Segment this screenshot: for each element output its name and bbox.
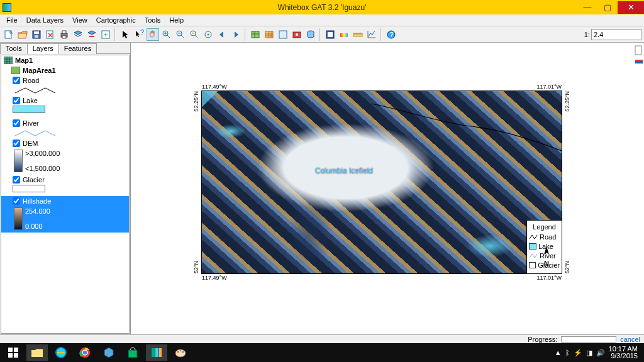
prev-extent-icon[interactable] <box>216 28 228 41</box>
help-icon[interactable]: ? <box>385 28 397 41</box>
map-frame: 117.49°W 117.01°W 117.49°W 117.01°W 52.2… <box>201 90 562 274</box>
minimize-button[interactable]: — <box>577 1 597 14</box>
taskbar-box[interactable] <box>98 344 119 361</box>
svg-rect-36 <box>14 353 18 358</box>
zoom-out-icon[interactable] <box>174 28 187 41</box>
taskbar-paint[interactable] <box>170 344 191 361</box>
legend-glacier: Glacier <box>538 261 560 269</box>
north-label: N <box>541 260 552 267</box>
db-icon[interactable] <box>304 28 317 41</box>
layer-lake[interactable]: Lake <box>1 96 129 106</box>
maparea-icon <box>11 67 20 74</box>
svg-point-39 <box>82 350 87 355</box>
graph-icon[interactable] <box>365 28 378 41</box>
taskbar-explorer[interactable] <box>26 344 48 361</box>
svg-rect-28 <box>4 57 13 64</box>
pan-icon[interactable] <box>147 28 159 41</box>
tray-clock[interactable]: 10:17 AM 9/3/2015 <box>609 346 638 359</box>
tray-power-icon[interactable]: ⚡ <box>574 349 582 357</box>
layer-add-icon[interactable] <box>72 28 84 41</box>
tab-layers[interactable]: Layers <box>27 43 59 54</box>
tree-maparea[interactable]: MapArea1 <box>1 65 129 75</box>
svg-point-47 <box>182 351 184 353</box>
window-titlebar: Whitebox GAT 3.2 'Iguazu' — ▢ ✕ <box>0 0 644 14</box>
layer-river[interactable]: River <box>1 118 129 128</box>
progress-label: Progress: <box>528 336 557 343</box>
flag-icon[interactable] <box>635 58 643 67</box>
menu-cartographic[interactable]: Cartographic <box>92 16 140 25</box>
cancel-link[interactable]: cancel <box>620 336 640 343</box>
layer-road-label: Road <box>23 77 39 84</box>
layer-road-check[interactable] <box>13 77 20 84</box>
open-icon[interactable] <box>16 28 29 41</box>
legend-road-icon <box>529 234 538 240</box>
close-map-icon[interactable] <box>44 28 57 41</box>
svg-point-13 <box>192 32 194 34</box>
axis-se-lat: 52°N <box>564 261 570 273</box>
attr-table-icon[interactable] <box>249 28 262 41</box>
save-icon[interactable] <box>30 28 43 41</box>
menu-view[interactable]: View <box>69 16 91 25</box>
maximize-button[interactable]: ▢ <box>597 1 618 14</box>
tray-net-icon[interactable]: ◨ <box>586 349 592 357</box>
axis-se-lon: 117.01°W <box>536 275 562 281</box>
layer-glacier[interactable]: Glacier <box>1 175 129 185</box>
svg-point-15 <box>208 33 209 35</box>
svg-text:?: ? <box>390 31 394 38</box>
hillshade-ramp <box>14 207 23 230</box>
menu-data-layers[interactable]: Data Layers <box>23 16 67 25</box>
layer-dem[interactable]: DEM <box>1 138 129 148</box>
map-canvas[interactable]: Columbia Icefield Legend Road Lake River… <box>202 91 562 273</box>
layer-remove-icon[interactable] <box>86 28 98 41</box>
menu-tools[interactable]: Tools <box>141 16 165 25</box>
taskbar-whitebox[interactable] <box>146 344 167 361</box>
next-extent-icon[interactable] <box>230 28 242 41</box>
system-tray[interactable]: ▲ ᛒ ⚡ ◨ 🔊 10:17 AM 9/3/2015 <box>555 346 641 359</box>
palette-icon[interactable] <box>338 28 350 41</box>
tray-up-icon[interactable]: ▲ <box>555 349 562 356</box>
help-pointer-icon[interactable]: ? <box>133 28 145 41</box>
menu-file[interactable]: File <box>3 16 21 25</box>
hillshade-min: 0.000 <box>25 222 50 230</box>
page-icon[interactable] <box>635 45 643 55</box>
start-button[interactable] <box>3 344 24 361</box>
layer-dem-check[interactable] <box>13 140 20 147</box>
zoom-layer-icon[interactable] <box>202 28 214 41</box>
map-view[interactable]: 117.49°W 117.01°W 117.49°W 117.01°W 52.2… <box>131 43 644 334</box>
zoom-full-icon[interactable] <box>188 28 201 41</box>
tab-tools[interactable]: Tools <box>0 43 28 54</box>
screenshot-icon[interactable] <box>291 28 303 41</box>
taskbar-ie[interactable] <box>50 344 72 361</box>
layer-road[interactable]: Road <box>1 75 129 85</box>
scale-input[interactable] <box>591 29 641 40</box>
tab-features[interactable]: Features <box>58 43 97 54</box>
new-layer-icon[interactable] <box>99 28 112 41</box>
layer-river-check[interactable] <box>13 119 20 127</box>
tray-vol-icon[interactable]: 🔊 <box>596 349 605 357</box>
map-legend: Legend Road Lake River Glacier N <box>526 220 562 273</box>
menu-help[interactable]: Help <box>165 16 187 25</box>
close-button[interactable]: ✕ <box>618 1 644 14</box>
print-icon[interactable] <box>58 28 70 41</box>
measure-icon[interactable] <box>352 28 364 41</box>
river-symbol <box>14 128 58 138</box>
new-map-icon[interactable] <box>3 28 15 41</box>
pointer-icon[interactable] <box>119 28 131 41</box>
layer-hillshade[interactable]: Hillshade <box>1 196 129 206</box>
taskbar-store[interactable] <box>122 344 143 361</box>
settings-icon[interactable] <box>324 28 336 41</box>
layer-lake-check[interactable] <box>13 97 20 104</box>
zoom-in-icon[interactable] <box>160 28 173 41</box>
lake-swatch <box>13 106 45 113</box>
tree-map[interactable]: Map1 <box>1 55 129 65</box>
dem-ramp-row: >3,000.000<1,500.000 <box>1 148 129 175</box>
layer-hillshade-check[interactable] <box>13 197 20 205</box>
layers-tree[interactable]: Map1 MapArea1 Road Lake River DEM >3,000… <box>1 55 130 334</box>
tray-bt-icon[interactable]: ᛒ <box>565 349 570 356</box>
os-taskbar[interactable]: ▲ ᛒ ⚡ ◨ 🔊 10:17 AM 9/3/2015 <box>0 343 644 362</box>
taskbar-chrome[interactable] <box>74 344 96 361</box>
raster-calc-icon[interactable] <box>263 28 275 41</box>
layer-glacier-check[interactable] <box>13 176 20 184</box>
dem-ramp <box>14 150 23 172</box>
histogram-icon[interactable] <box>277 28 289 41</box>
